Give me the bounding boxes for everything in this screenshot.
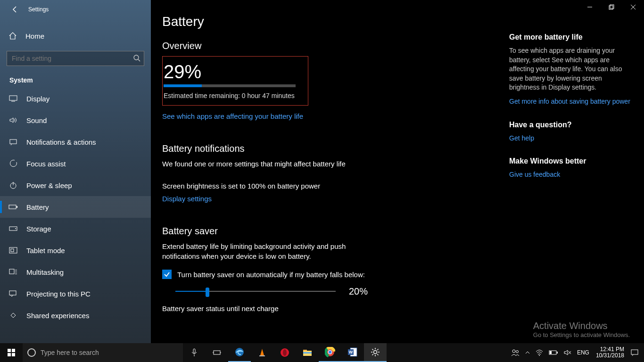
svg-point-46 xyxy=(374,351,377,354)
question-heading: Have a question? xyxy=(509,121,632,129)
sidebar-item-sound[interactable]: Sound xyxy=(0,109,151,131)
taskbar-app-opera[interactable] xyxy=(273,343,296,362)
task-view-button[interactable] xyxy=(206,343,228,362)
window-minimize-button[interactable] xyxy=(579,0,601,14)
sidebar-home[interactable]: Home xyxy=(0,25,151,46)
sidebar-item-projecting[interactable]: Projecting to this PC xyxy=(0,283,151,304)
taskbar-app-file-explorer[interactable] xyxy=(296,343,319,362)
mic-icon xyxy=(191,348,198,357)
notifications-icon xyxy=(8,139,18,145)
sidebar-item-battery[interactable]: Battery xyxy=(0,196,151,218)
vlc-icon xyxy=(257,348,267,357)
start-button[interactable] xyxy=(0,343,23,362)
power-icon xyxy=(8,181,18,189)
file-explorer-icon xyxy=(302,348,313,357)
notifications-found-text: We found one or more settings that might… xyxy=(162,159,498,169)
right-panel: Get more battery life To see which apps … xyxy=(509,0,641,343)
tray-battery[interactable] xyxy=(546,343,561,362)
saver-status-label: Battery saver status until next charge xyxy=(162,304,498,313)
svg-rect-4 xyxy=(10,140,17,144)
taskbar-app-vlc[interactable] xyxy=(251,343,273,362)
get-more-info-link[interactable]: Get more info about saving battery power xyxy=(509,97,632,107)
action-center-icon xyxy=(631,349,638,356)
battery-tray-icon xyxy=(549,350,558,355)
svg-rect-11 xyxy=(9,247,17,253)
tray-wifi[interactable] xyxy=(533,343,546,362)
sidebar-item-label: Power & sleep xyxy=(26,181,72,189)
better-heading: Make Windows better xyxy=(509,157,632,165)
svg-point-56 xyxy=(516,351,518,353)
sidebar-item-label: Battery xyxy=(26,203,49,211)
search-input[interactable] xyxy=(7,51,144,66)
tray-language[interactable]: ENG xyxy=(574,343,592,362)
sidebar-item-notifications[interactable]: Notifications & actions xyxy=(0,131,151,153)
svg-point-34 xyxy=(283,349,287,356)
taskbar-app-chrome[interactable] xyxy=(319,343,341,362)
focus-assist-icon xyxy=(8,159,18,168)
apps-affecting-link[interactable]: See which apps are affecting your batter… xyxy=(162,112,303,120)
tray-clock[interactable]: 12:41 PM 10/31/2018 xyxy=(592,346,628,359)
svg-point-55 xyxy=(512,350,515,353)
activate-subtitle: Go to Settings to activate Windows. xyxy=(533,331,630,338)
svg-rect-7 xyxy=(9,205,16,209)
search-icon xyxy=(133,54,140,62)
activate-windows-watermark: Activate Windows Go to Settings to activ… xyxy=(533,321,630,338)
tray-show-hidden[interactable] xyxy=(522,343,533,362)
taskbar-app-word[interactable]: W xyxy=(341,343,364,362)
battery-saver-desc: Extend battery life by limiting backgrou… xyxy=(162,241,360,261)
taskbar-search[interactable]: Type here to search xyxy=(23,343,183,362)
sidebar-item-multitasking[interactable]: Multitasking xyxy=(0,261,151,283)
window-close-button[interactable] xyxy=(622,0,644,14)
sidebar-item-power-sleep[interactable]: Power & sleep xyxy=(0,174,151,196)
window-maximize-button[interactable] xyxy=(601,0,622,14)
sidebar-item-storage[interactable]: Storage xyxy=(0,218,151,239)
activate-title: Activate Windows xyxy=(533,321,630,331)
sidebar-item-focus-assist[interactable]: Focus assist xyxy=(0,153,151,174)
sidebar-search[interactable] xyxy=(7,51,144,66)
sidebar-item-tablet-mode[interactable]: Tablet mode xyxy=(0,239,151,261)
svg-rect-28 xyxy=(214,351,220,354)
tablet-mode-icon xyxy=(8,247,18,254)
maximize-icon xyxy=(609,4,614,10)
sidebar-item-label: Projecting to this PC xyxy=(26,290,91,298)
get-help-link[interactable]: Get help xyxy=(509,134,632,143)
svg-line-52 xyxy=(377,354,378,355)
auto-saver-checkbox-label: Turn battery saver on automatically if m… xyxy=(177,271,365,279)
svg-rect-37 xyxy=(303,352,312,354)
volume-mute-icon xyxy=(564,349,571,356)
word-icon: W xyxy=(347,347,358,357)
slider-thumb[interactable] xyxy=(206,288,209,297)
tray-people[interactable] xyxy=(508,343,522,362)
svg-line-51 xyxy=(372,349,373,350)
battery-icon xyxy=(8,204,18,210)
tray-action-center[interactable] xyxy=(628,343,641,362)
auto-saver-checkbox[interactable] xyxy=(162,270,172,279)
gear-icon xyxy=(371,347,380,357)
taskbar: Type here to search W ENG 12:41 PM 10/31… xyxy=(0,343,644,362)
sidebar-item-shared-experiences[interactable]: Shared experiences xyxy=(0,304,151,326)
wifi-icon xyxy=(536,349,543,356)
arrow-left-icon xyxy=(11,6,19,13)
display-settings-link[interactable]: Display settings xyxy=(162,195,212,203)
multitasking-icon xyxy=(8,269,18,275)
taskbar-app-settings[interactable] xyxy=(364,343,387,362)
back-button[interactable] xyxy=(8,2,23,17)
svg-rect-24 xyxy=(12,349,15,352)
feedback-link[interactable]: Give us feedback xyxy=(509,170,632,180)
tray-volume[interactable] xyxy=(561,343,574,362)
svg-rect-13 xyxy=(9,269,14,274)
taskbar-app-edge[interactable] xyxy=(228,343,251,362)
sidebar-item-label: Sound xyxy=(26,116,47,124)
app-title: Settings xyxy=(28,6,49,13)
svg-rect-20 xyxy=(610,5,614,8)
saver-threshold-slider[interactable] xyxy=(175,286,336,297)
svg-point-57 xyxy=(539,355,540,356)
sidebar-item-display[interactable]: Display xyxy=(0,88,151,109)
sidebar-item-label: Tablet mode xyxy=(26,247,65,255)
home-label: Home xyxy=(25,32,44,40)
taskbar-mic-button[interactable] xyxy=(183,343,206,362)
battery-progress-fill xyxy=(164,84,202,87)
taskbar-search-placeholder: Type here to search xyxy=(41,349,99,356)
svg-rect-19 xyxy=(609,6,613,9)
minimize-icon xyxy=(587,4,593,10)
